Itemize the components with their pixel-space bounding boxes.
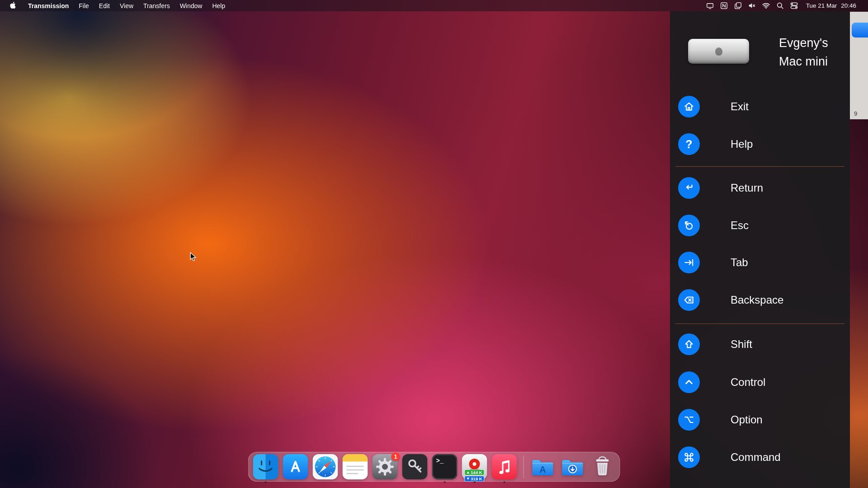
- dock-item-finder[interactable]: [253, 454, 278, 479]
- return-icon: [678, 177, 700, 199]
- stacked-windows-icon[interactable]: [733, 1, 743, 11]
- passwords-icon: [402, 454, 428, 479]
- panel-button-label: Option: [731, 413, 763, 426]
- remote-display-icon[interactable]: [705, 1, 715, 11]
- running-indicator: [504, 481, 505, 483]
- dock-item-notes[interactable]: [343, 454, 368, 479]
- dock-separator: [524, 455, 524, 478]
- panel-button-label: Help: [731, 138, 753, 150]
- download-rate-value: 319 K: [471, 476, 482, 481]
- question-icon: ?: [678, 133, 700, 155]
- trash-icon: [590, 454, 615, 479]
- question-glyph: ?: [685, 139, 692, 150]
- applications-folder-icon: A: [530, 454, 556, 479]
- menu-time: 20:46: [841, 2, 856, 9]
- volume-muted-icon[interactable]: [747, 1, 757, 11]
- control-center-icon[interactable]: [789, 1, 799, 11]
- apple-menu[interactable]: [0, 0, 23, 11]
- dock: 1 >_ 144 K 319 K: [248, 452, 620, 482]
- dock-item-music[interactable]: [492, 454, 517, 479]
- menu-edit[interactable]: Edit: [94, 0, 115, 11]
- apple-logo-icon: [10, 2, 16, 10]
- background-window-sliver[interactable]: 9: [850, 12, 868, 119]
- terminal-prompt-glyph: >_: [436, 457, 444, 465]
- device-name-line2: Mac mini: [779, 52, 828, 71]
- dock-item-transmission[interactable]: 144 K 319 K: [462, 454, 487, 479]
- mouse-cursor: [190, 252, 197, 262]
- notes-icon: [343, 454, 368, 479]
- home-icon: [678, 96, 700, 117]
- control-icon: [678, 371, 700, 393]
- menu-bar: Transmission File Edit View Transfers Wi…: [0, 0, 868, 11]
- downloads-folder-icon: [560, 454, 585, 479]
- panel-button-label: Exit: [731, 100, 749, 113]
- panel-button-label: Command: [731, 451, 781, 464]
- panel-button-label: Backspace: [731, 294, 783, 306]
- apple-logo-mark: [715, 47, 722, 56]
- option-icon: [678, 409, 700, 431]
- background-window-badge: 9: [854, 110, 857, 117]
- up-arrow-icon: [467, 471, 469, 474]
- device-name-line1: Evgeny's: [779, 34, 828, 52]
- finder-icon: [253, 454, 278, 479]
- dock-item-terminal[interactable]: >_: [432, 454, 458, 479]
- app-store-icon: [283, 454, 308, 479]
- shift-icon: [678, 333, 700, 355]
- background-window-blue-button[interactable]: [852, 23, 868, 38]
- running-indicator: [265, 481, 267, 483]
- n-app-icon[interactable]: [719, 1, 729, 11]
- running-indicator: [444, 481, 446, 483]
- svg-text:A: A: [539, 465, 546, 474]
- panel-button-backspace[interactable]: Backspace: [678, 289, 842, 311]
- down-arrow-icon: [467, 478, 469, 480]
- panel-button-label: Tab: [731, 256, 748, 269]
- mac-mini-image: [688, 39, 749, 64]
- notification-badge: 1: [392, 452, 400, 461]
- music-icon: [492, 454, 517, 479]
- panel-divider: [675, 166, 844, 167]
- panel-button-help[interactable]: ? Help: [678, 133, 842, 155]
- panel-button-label: Esc: [731, 219, 749, 232]
- safari-icon: [313, 454, 338, 479]
- menu-app-name[interactable]: Transmission: [23, 0, 74, 11]
- device-name: Evgeny's Mac mini: [779, 34, 828, 71]
- dock-item-downloads-folder[interactable]: [560, 454, 585, 479]
- wifi-icon[interactable]: [761, 1, 771, 11]
- menu-help[interactable]: Help: [207, 0, 230, 11]
- dock-item-applications-folder[interactable]: A: [530, 454, 556, 479]
- spotlight-icon[interactable]: [775, 1, 785, 11]
- menu-view[interactable]: View: [115, 0, 138, 11]
- panel-button-esc[interactable]: Esc: [678, 215, 842, 236]
- backspace-icon: [678, 289, 700, 311]
- panel-button-exit[interactable]: Exit: [678, 96, 842, 117]
- menu-date: Tue 21 Mar: [806, 2, 837, 9]
- panel-button-command[interactable]: Command: [678, 446, 842, 468]
- remote-control-panel: Evgeny's Mac mini Exit ? Help Return Esc…: [670, 11, 850, 488]
- dock-item-system-settings[interactable]: 1: [373, 454, 398, 479]
- panel-button-label: Return: [731, 182, 763, 194]
- menu-transfers[interactable]: Transfers: [138, 0, 175, 11]
- escape-icon: [678, 215, 700, 236]
- tab-icon: [678, 252, 700, 273]
- panel-button-return[interactable]: Return: [678, 177, 842, 199]
- dock-item-passwords[interactable]: [402, 454, 428, 479]
- menu-file[interactable]: File: [74, 0, 94, 11]
- panel-divider: [675, 324, 844, 324]
- menu-clock[interactable]: Tue 21 Mar 20:46: [803, 2, 856, 9]
- panel-button-option[interactable]: Option: [678, 409, 842, 431]
- transfer-rate-badges: 144 K 319 K: [464, 469, 484, 482]
- running-indicator: [474, 481, 476, 483]
- menu-window[interactable]: Window: [175, 0, 208, 11]
- upload-rate-value: 144 K: [471, 470, 482, 475]
- dock-item-app-store[interactable]: [283, 454, 308, 479]
- upload-rate-badge: 144 K: [464, 469, 484, 475]
- panel-button-tab[interactable]: Tab: [678, 252, 842, 273]
- dock-item-trash[interactable]: [590, 454, 615, 479]
- panel-button-label: Control: [731, 376, 765, 389]
- command-icon: [678, 446, 700, 468]
- panel-button-control[interactable]: Control: [678, 371, 842, 393]
- dock-item-safari[interactable]: [313, 454, 338, 479]
- panel-button-label: Shift: [731, 338, 752, 351]
- panel-button-shift[interactable]: Shift: [678, 333, 842, 355]
